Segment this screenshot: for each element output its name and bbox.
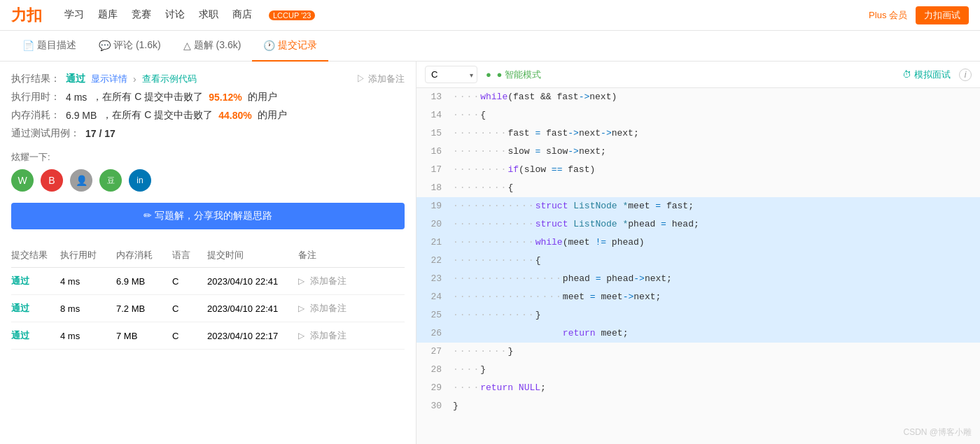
line-num-26: 26 [416,325,450,342]
code-line-22: 22 ············{ [416,252,980,270]
code-line-24: 24 ················meet = meet->next; [416,288,980,306]
code-line-17: 17 ········if(slow == fast) [416,161,980,179]
nav-items: 学习 题库 竞赛 讨论 求职 商店 LCCUP '23 [64,6,315,25]
submissions-icon: 🕐 [263,40,275,51]
row3-note[interactable]: ▷ 添加备注 [298,329,405,342]
cases-label: 通过测试用例： [11,127,80,140]
code-line-23: 23 ················phead = phead->next; [416,270,980,288]
nav-jobs[interactable]: 求职 [199,6,218,25]
social-douban[interactable]: 豆 [99,169,122,192]
time-desc: ，在所有 C 提交中击败了 [92,91,203,103]
nav-shop[interactable]: 商店 [232,6,252,25]
row2-note[interactable]: ▷ 添加备注 [298,302,405,315]
mem-suffix: 的用户 [258,109,287,122]
line-num-23: 23 [416,271,450,287]
mem-row: 内存消耗： 6.9 MB ，在所有 C 提交中击败了 44.80% 的用户 [11,109,405,122]
tab-bar: 📄 题目描述 💬 评论 (1.6k) △ 题解 (3.6k) 🕐 提交记录 [0,31,980,62]
line-content-16: ········slow = slow->next; [450,143,980,160]
row3-time: 4 ms [60,331,116,341]
view-example-link[interactable]: 查看示例代码 [142,73,197,85]
social-weibo[interactable]: B [41,169,63,192]
line-num-27: 27 [416,343,450,360]
mem-desc: ，在所有 C 提交中击败了 [102,109,213,122]
row2-result[interactable]: 通过 [11,302,60,315]
line-num-15: 15 [416,125,450,142]
description-icon: 📄 [22,40,34,51]
line-num-16: 16 [416,143,450,160]
row1-time: 4 ms [60,276,116,287]
cases-row: 通过测试用例： 17 / 17 [11,127,405,140]
editor-toolbar: C C++ Java Python ● ● 智能模式 ⏱ 模拟面试 i [416,62,980,88]
line-content-23: ················phead = phead->next; [450,271,980,287]
line-num-21: 21 [416,234,450,251]
share-label: 炫耀一下: [11,151,405,164]
code-line-19: 19 ············struct ListNode *meet = f… [416,197,980,215]
row3-mem: 7 MB [116,331,172,341]
line-content-21: ············while(meet != phead) [450,234,980,251]
line-num-28: 28 [416,361,450,378]
lang-select[interactable]: C C++ Java Python [425,66,477,83]
line-content-25: ············} [450,307,980,324]
lccup-badge: LCCUP '23 [269,10,315,20]
line-num-24: 24 [416,289,450,306]
smart-mode-dot: ● [486,69,491,80]
col-header-note: 备注 [298,249,405,262]
flag-icon-2: ▷ [298,303,304,313]
line-num-22: 22 [416,252,450,269]
code-area[interactable]: 13 ····while(fast && fast->next) 14 ····… [416,88,980,444]
line-content-22: ············{ [450,252,980,269]
row2-submit: 2023/04/10 22:41 [207,303,298,314]
nav-contest[interactable]: 竞赛 [132,6,151,25]
cases-value: 17 / 17 [85,128,115,139]
editor-right: ⏱ 模拟面试 i [902,69,972,81]
social-wechat[interactable]: W [11,169,34,192]
line-num-13: 13 [416,89,450,106]
time-label: 执行用时： [11,91,60,103]
tab-comments[interactable]: 💬 评论 (1.6k) [88,31,172,62]
line-num-29: 29 [416,380,450,396]
lang-select-wrapper: C C++ Java Python [425,66,477,83]
row3-result[interactable]: 通过 [11,329,60,342]
tab-description[interactable]: 📄 题目描述 [11,31,88,62]
line-content-28: ····} [450,361,980,378]
table-row: 通过 4 ms 6.9 MB C 2023/04/10 22:41 ▷ 添加备注 [11,268,405,295]
info-icon[interactable]: i [959,69,972,81]
flag-icon-1: ▷ [298,276,304,286]
tab-solutions[interactable]: △ 题解 (3.6k) [172,31,253,62]
row3-lang: C [172,331,207,341]
line-num-18: 18 [416,180,450,196]
row3-submit: 2023/04/10 22:17 [207,331,298,341]
main-layout: 执行结果： 通过 显示详情 › 查看示例代码 ▷ 添加备注 执行用时： 4 ms… [0,62,980,444]
line-content-20: ············struct ListNode *phead = hea… [450,216,980,233]
tab-submissions[interactable]: 🕐 提交记录 [252,31,328,62]
line-num-30: 30 [416,398,450,415]
right-panel: C C++ Java Python ● ● 智能模式 ⏱ 模拟面试 i [416,62,980,444]
row1-note[interactable]: ▷ 添加备注 [298,275,405,287]
draw-btn[interactable]: 力扣画试 [916,6,969,24]
simulate-btn[interactable]: ⏱ 模拟面试 [902,69,951,81]
col-header-lang: 语言 [172,249,207,262]
row1-result[interactable]: 通过 [11,275,60,287]
table-row: 通过 4 ms 7 MB C 2023/04/10 22:17 ▷ 添加备注 [11,322,405,350]
plus-vip[interactable]: Plus 会员 [869,9,907,22]
nav-discuss[interactable]: 讨论 [165,6,185,25]
show-detail-link[interactable]: 显示详情 [91,73,127,85]
smart-mode-label: ● 智能模式 [496,69,540,80]
code-line-15: 15 ········fast = fast->next->next; [416,124,980,143]
time-suffix: 的用户 [248,91,277,103]
add-note-flag[interactable]: ▷ 添加备注 [356,73,405,85]
code-line-14: 14 ····{ [416,106,980,124]
nav-problems[interactable]: 题库 [98,6,118,25]
row1-lang: C [172,276,207,287]
exec-pass: 通过 [66,73,85,85]
top-nav: 力扣 学习 题库 竞赛 讨论 求职 商店 LCCUP '23 Plus 会员 力… [0,0,980,31]
social-user[interactable]: 👤 [70,169,92,192]
line-content-17: ········if(slow == fast) [450,162,980,178]
line-content-14: ····{ [450,107,980,124]
write-solution-btn[interactable]: ✏ 写题解，分享我的解题思路 [11,203,405,229]
nav-study[interactable]: 学习 [64,6,84,25]
social-linkedin[interactable]: in [129,169,151,192]
watermark: CSDN @博客小雕 [903,427,972,438]
code-line-18: 18 ········{ [416,179,980,197]
line-num-14: 14 [416,107,450,124]
